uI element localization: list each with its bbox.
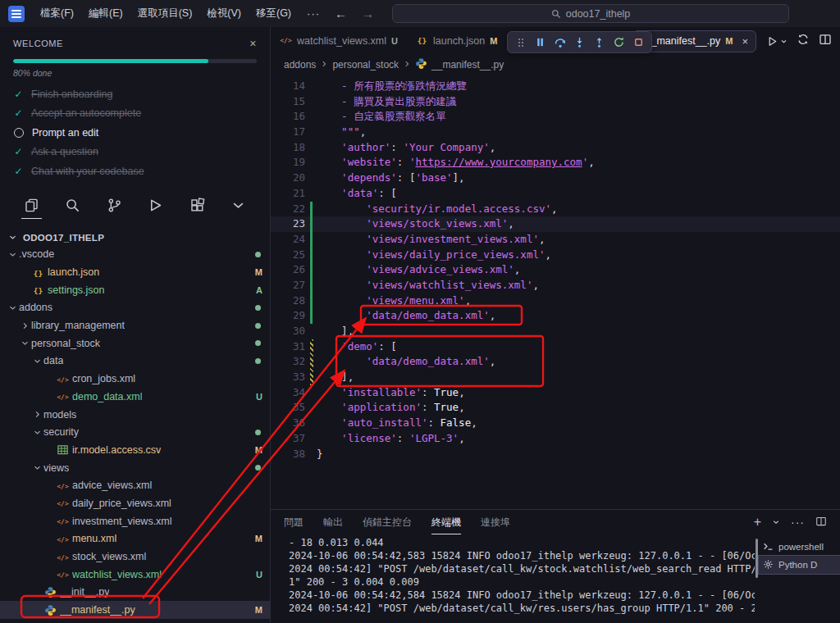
step-over-icon[interactable] [551,34,568,51]
tree-item-personal-stock[interactable]: personal_stock [0,334,270,352]
chevron-down-icon[interactable] [772,516,780,529]
code-line-14[interactable]: 14 - 所有股票的漲跌情況總覽 [271,79,840,94]
extensions-icon[interactable] [187,196,208,218]
menu-item-檔案-f[interactable]: 檔案(F) [33,3,81,24]
close-icon[interactable]: × [249,37,257,50]
more-menu-icon[interactable]: ··· [300,6,326,21]
panel-tab-連接埠[interactable]: 連接埠 [481,510,510,534]
tree-item-manifest-py[interactable]: __manifest__.pyM [0,601,270,619]
source-control-icon[interactable] [104,196,125,218]
tree-item-investment-views-xml[interactable]: </>investment_views.xml [0,512,270,530]
tree-item-library-management[interactable]: library_management [0,316,270,334]
tree-item-vscode[interactable]: .vscode [0,246,270,264]
breadcrumb-item-addons[interactable]: addons [284,59,316,70]
terminal-scrollbar[interactable] [756,539,758,578]
tree-item-readme-txt[interactable]: readme.txtM [0,619,270,623]
tree-item-addons[interactable]: addons [0,299,270,317]
explorer-root[interactable]: ODOO17_ITHELP [0,229,270,246]
tree-item-data[interactable]: data [0,352,270,371]
panel-tab-問題[interactable]: 問題 [284,510,304,534]
code-line-25[interactable]: 25 'views/daily_price_views.xml', [271,248,840,263]
drag-grip-icon[interactable] [512,34,529,51]
code-line-36[interactable]: 36 'auto_install': False, [271,416,840,431]
tree-item-launch-json[interactable]: {}launch.jsonM [0,263,270,281]
files-icon[interactable] [21,196,42,219]
menu-item-檢視-v[interactable]: 檢視(V) [199,3,249,24]
step-out-icon[interactable] [591,34,608,51]
breadcrumb-item-manifest-py[interactable]: __manifest__.py [415,57,504,72]
chevron-down-icon[interactable] [228,196,249,218]
new-terminal-icon[interactable]: + [754,516,761,529]
tree-item-stock-views-xml[interactable]: </>stock_views.xml [0,548,270,566]
panel-tab-終端機[interactable]: 終端機 [431,510,461,534]
forward-arrow-icon[interactable]: → [355,7,381,20]
code-line-35[interactable]: 35 'application': True, [271,400,840,416]
run-button-icon[interactable] [766,35,788,48]
checklist-item-accept-an-autocomplete[interactable]: ✓Accept an autocomplete [13,104,257,124]
code-line-38[interactable]: 38} [271,447,840,462]
sync-icon[interactable] [797,33,810,49]
code-line-20[interactable]: 20 'depends': ['base'], [271,171,840,186]
step-into-icon[interactable] [571,34,588,51]
close-tab-icon[interactable]: × [742,35,748,48]
code-line-23[interactable]: 23 'views/stock_views.xml', [271,216,840,232]
tab-launch-json[interactable]: {}launch.jsonM [407,27,506,55]
back-arrow-icon[interactable]: ← [328,7,354,20]
tree-item-menu-xml[interactable]: </>menu.xmlM [0,530,270,548]
pause-icon[interactable] [532,34,549,51]
code-line-26[interactable]: 26 'views/advice_views.xml', [271,262,840,278]
code-line-37[interactable]: 37 'license': 'LGPL-3', [271,431,840,447]
tree-item-cron-jobs-xml[interactable]: </>cron_jobs.xml [0,370,270,388]
code-line-34[interactable]: 34 'installable': True, [271,385,840,401]
code-line-17[interactable]: 17 """, [271,125,840,140]
search-icon[interactable] [62,196,83,218]
app-logo-icon[interactable] [8,6,25,22]
terminal-output[interactable]: - 18 0.013 0.0442024-10-06 00:54:42,583 … [289,537,755,623]
code-line-31[interactable]: 31 'demo': [ [271,339,840,355]
code-line-22[interactable]: 22 'security/ir.model.access.csv', [271,202,840,217]
panel-tab-輸出[interactable]: 輸出 [323,510,343,534]
code-line-27[interactable]: 27 'views/watchlist_views.xml', [271,278,840,293]
tab-watchlist-views-xml[interactable]: </>watchlist_views.xmlU [271,27,407,55]
tree-item-advice-views-xml[interactable]: </>advice_views.xml [0,476,270,494]
checklist-item-ask-a-question[interactable]: ✓Ask a question [13,143,257,162]
stop-icon[interactable] [630,34,647,51]
split-panel-icon[interactable] [815,516,827,530]
breadcrumb-item-personal-stock[interactable]: personal_stock [332,59,399,70]
restart-icon[interactable] [610,34,628,51]
more-actions-icon[interactable]: ··· [791,516,805,529]
menu-item-移至-g[interactable]: 移至(G) [249,3,299,24]
code-editor[interactable]: 14 - 所有股票的漲跌情況總覽15 - 購買及賣出股票的建議16 - 自定義股… [271,75,840,510]
code-line-28[interactable]: 28 'views/menu.xml', [271,293,840,309]
code-line-24[interactable]: 24 'views/investment_views.xml', [271,232,840,248]
code-line-32[interactable]: 32 'data/demo_data.xml', [271,354,840,370]
tree-item-watchlist-views-xml[interactable]: </>watchlist_views.xmlU [0,566,270,584]
tree-item-demo-data-xml[interactable]: </>demo_data.xmlU [0,388,270,406]
code-line-30[interactable]: 30 ], [271,324,840,339]
command-search-box[interactable]: odoo17_ithelp [392,4,789,23]
split-editor-icon[interactable] [819,33,832,49]
tree-item-security[interactable]: security [0,423,270,441]
tree-item-settings-json[interactable]: {}settings.jsonA [0,281,270,299]
tree-item-daily-price-views-xml[interactable]: </>daily_price_views.xml [0,494,270,512]
code-line-18[interactable]: 18 'author': 'Your Company', [271,140,840,156]
checklist-item-chat-with-your-codebase[interactable]: ✓Chat with your codebase [13,161,257,181]
tree-item-views[interactable]: views [0,459,270,477]
checklist-item-prompt-an-edit[interactable]: Prompt an edit [13,123,257,143]
menu-item-選取項目-s[interactable]: 選取項目(S) [130,3,200,24]
tree-item-models[interactable]: models [0,406,270,424]
terminal-tab-powershell[interactable]: powershell [759,538,840,556]
code-line-16[interactable]: 16 - 自定義股票觀察名單 [271,109,840,125]
menu-item-編輯-e[interactable]: 編輯(E) [81,3,130,24]
checklist-item-finish-onboarding[interactable]: ✓Finish onboarding [13,84,257,104]
code-line-19[interactable]: 19 'website': 'https://www.yourcompany.c… [271,155,840,171]
terminal-tab-python-d[interactable]: Python D [759,556,840,574]
code-line-15[interactable]: 15 - 購買及賣出股票的建議 [271,94,840,110]
code-line-29[interactable]: 29 'data/demo_data.xml', [271,308,840,324]
tree-item-ir-model-access-csv[interactable]: ir.model.access.csvM [0,441,270,459]
tree-item-init-py[interactable]: __init__.py [0,584,270,602]
run-debug-icon[interactable] [145,196,166,218]
panel-tab-偵錯主控台[interactable]: 偵錯主控台 [363,510,412,534]
code-line-21[interactable]: 21 'data': [ [271,186,840,202]
code-line-33[interactable]: 33 ], [271,370,840,385]
